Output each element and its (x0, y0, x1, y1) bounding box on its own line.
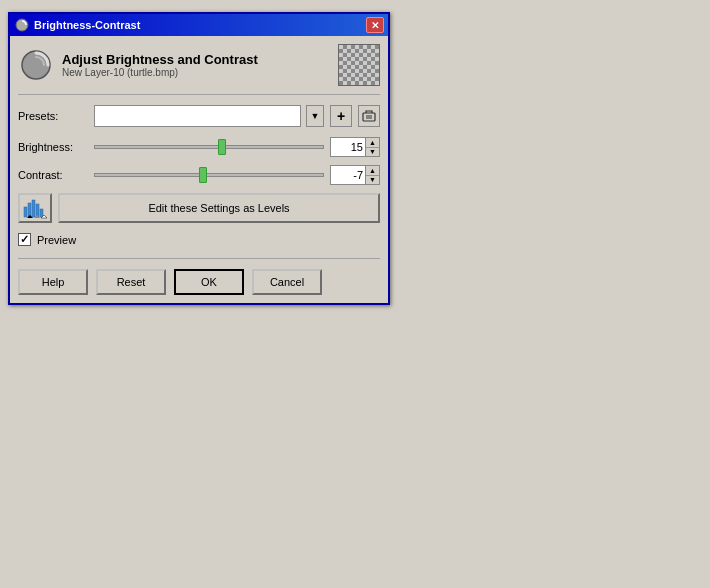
brightness-contrast-window: Brightness-Contrast ✕ Adjust Brightness … (8, 12, 390, 305)
brightness-value-container: ▲ ▼ (330, 137, 380, 157)
contrast-row: Contrast: ▲ ▼ (18, 165, 380, 185)
title-bar: Brightness-Contrast ✕ (10, 14, 388, 36)
contrast-value-container: ▲ ▼ (330, 165, 380, 185)
preview-row: ✓ Preview (18, 233, 380, 246)
contrast-slider[interactable] (94, 173, 324, 177)
presets-row: Presets: ▼ + (18, 105, 380, 127)
preview-label: Preview (37, 234, 76, 246)
buttons-row: Help Reset OK Cancel (18, 258, 380, 295)
presets-dropdown-button[interactable]: ▼ (306, 105, 324, 127)
header-subtitle: New Layer-10 (turtle.bmp) (62, 67, 330, 78)
contrast-label: Contrast: (18, 169, 88, 181)
svg-rect-10 (40, 209, 43, 217)
desktop: Brightness-Contrast ✕ Adjust Brightness … (0, 0, 710, 588)
help-button[interactable]: Help (18, 269, 88, 295)
window-icon (14, 17, 30, 33)
layer-thumbnail (338, 44, 380, 86)
cancel-button[interactable]: Cancel (252, 269, 322, 295)
brightness-up-button[interactable]: ▲ (366, 138, 379, 148)
window-title: Brightness-Contrast (34, 19, 140, 31)
edit-levels-icon-button[interactable] (18, 193, 52, 223)
contrast-up-button[interactable]: ▲ (366, 166, 379, 176)
brightness-row: Brightness: ▲ ▼ (18, 137, 380, 157)
preview-checkbox[interactable]: ✓ (18, 233, 31, 246)
contrast-spinners: ▲ ▼ (366, 165, 380, 185)
brightness-slider-container (94, 137, 324, 157)
presets-label: Presets: (18, 110, 88, 122)
presets-add-button[interactable]: + (330, 105, 352, 127)
svg-point-1 (22, 51, 50, 79)
brightness-spinners: ▲ ▼ (366, 137, 380, 157)
presets-delete-button[interactable] (358, 105, 380, 127)
ok-button[interactable]: OK (174, 269, 244, 295)
close-button[interactable]: ✕ (366, 17, 384, 33)
levels-icon (23, 197, 47, 219)
header-title: Adjust Brightness and Contrast (62, 52, 330, 67)
svg-rect-8 (32, 200, 35, 217)
brightness-input[interactable] (330, 137, 366, 157)
edit-levels-row: Edit these Settings as Levels (18, 193, 380, 223)
window-content: Adjust Brightness and Contrast New Layer… (10, 36, 388, 303)
reset-button[interactable]: Reset (96, 269, 166, 295)
svg-rect-6 (24, 207, 27, 217)
title-bar-left: Brightness-Contrast (14, 17, 140, 33)
presets-select[interactable] (94, 105, 301, 127)
contrast-slider-container (94, 165, 324, 185)
header-section: Adjust Brightness and Contrast New Layer… (18, 44, 380, 95)
brightness-slider[interactable] (94, 145, 324, 149)
edit-levels-button[interactable]: Edit these Settings as Levels (58, 193, 380, 223)
app-icon (18, 47, 54, 83)
header-text: Adjust Brightness and Contrast New Layer… (62, 52, 330, 78)
brightness-label: Brightness: (18, 141, 88, 153)
checkbox-check: ✓ (20, 233, 29, 246)
svg-rect-7 (28, 203, 31, 217)
svg-rect-9 (36, 204, 39, 217)
contrast-input[interactable] (330, 165, 366, 185)
brightness-down-button[interactable]: ▼ (366, 148, 379, 157)
contrast-down-button[interactable]: ▼ (366, 176, 379, 185)
